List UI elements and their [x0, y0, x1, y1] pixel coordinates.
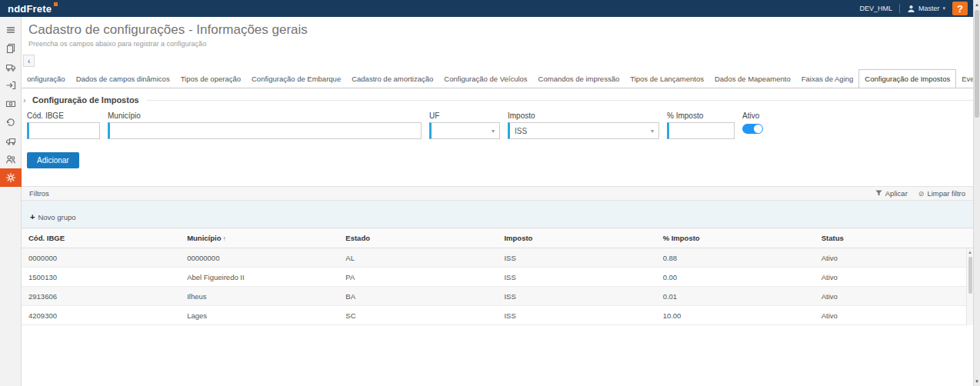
column-header-estado[interactable]: Estado — [338, 228, 497, 248]
pct-imposto-input[interactable] — [667, 122, 735, 139]
logout-icon — [5, 80, 16, 91]
table-row[interactable]: 0000000 00000000 AL ISS 0.88 Ativo — [22, 248, 973, 268]
sidebar-item-billing[interactable] — [0, 95, 22, 113]
table-scroll-thumb[interactable] — [968, 257, 972, 294]
sidebar-item-shipping[interactable] — [0, 131, 22, 150]
table-scrollbar[interactable]: ▲ — [966, 248, 973, 325]
limpar-filtro-button[interactable]: ⊘ Limpar filtro — [918, 189, 965, 198]
tab-configuracao-impostos[interactable]: Configuração de Impostos — [858, 69, 956, 88]
tab-tipos-lancamentos[interactable]: Tipos de Lançamentos — [625, 70, 709, 88]
sidebar-item-history[interactable] — [0, 113, 22, 131]
documents-icon — [5, 43, 16, 54]
uf-label: UF — [429, 111, 500, 120]
tab-eventos-logisticos[interactable]: Eventos Logísticos — [956, 70, 973, 88]
page-header: Cadastro de configurações - Informações … — [22, 17, 973, 48]
section-title: Configuração de Impostos — [32, 95, 139, 105]
plus-icon: + — [30, 212, 35, 221]
page-scroll-thumb[interactable] — [975, 10, 979, 118]
sidebar-item-documents[interactable] — [0, 39, 22, 58]
adicionar-button[interactable]: Adicionar — [27, 152, 79, 168]
imposto-select[interactable]: ISS ▾ — [508, 122, 659, 139]
imposto-label: Imposto — [508, 111, 659, 120]
app-logo: nddFrete — [8, 3, 58, 15]
shipping-truck-icon — [5, 135, 16, 146]
history-icon — [5, 117, 16, 128]
tab-dados-campos-dinamicos[interactable]: Dados de campos dinâmicos — [71, 70, 175, 88]
municipio-label: Município — [108, 111, 422, 120]
column-header-municipio[interactable]: Município↑ — [180, 228, 338, 248]
sidebar-item-logout[interactable] — [0, 76, 22, 95]
sidebar — [0, 17, 22, 386]
tab-dados-mapeamento[interactable]: Dados de Mapeamento — [709, 70, 796, 88]
page-subtitle: Preencha os campos abaixo para registrar… — [28, 40, 973, 48]
tab-configuracao-embarque[interactable]: Configuração de Embarque — [246, 70, 346, 88]
topbar-divider — [899, 4, 900, 13]
cod-ibge-label: Cód. IBGE — [27, 111, 100, 120]
scroll-up-icon[interactable]: ▲ — [974, 0, 980, 9]
table-row[interactable]: 2913606 Ilheus BA ISS 0.01 Ativo — [22, 287, 973, 306]
user-name: Master — [918, 5, 940, 12]
column-header-cod-ibge[interactable]: Cód. IBGE — [22, 228, 180, 248]
toggle-knob — [754, 125, 762, 133]
tab-bar: onfiguração Dados de campos dinâmicos Ti… — [22, 69, 973, 88]
menu-icon — [5, 25, 16, 35]
column-header-imposto[interactable]: Imposto — [497, 228, 655, 248]
results-table-wrap: Cód. IBGE Município↑ Estado Imposto % Im… — [22, 228, 973, 325]
tab-comandos-impressao[interactable]: Comandos de impressão — [533, 70, 625, 88]
tab-cadastro-amortizacao[interactable]: Cadastro de amortização — [346, 70, 438, 88]
aplicar-button[interactable]: Aplicar — [875, 189, 908, 198]
tab-tipos-operacao[interactable]: Tipos de operação — [175, 70, 246, 88]
tab-faixas-aging[interactable]: Faixas de Aging — [796, 70, 859, 88]
field-uf: UF ▾ — [429, 111, 500, 139]
expand-chevron-icon[interactable]: › — [23, 95, 32, 105]
field-municipio: Município — [108, 111, 422, 139]
chevron-down-icon: ▾ — [651, 128, 654, 135]
ativo-toggle[interactable] — [742, 124, 763, 134]
novo-grupo-button[interactable]: + Novo grupo — [30, 212, 76, 221]
section-header: › Configuração de Impostos — [23, 95, 973, 105]
cod-ibge-input[interactable] — [27, 122, 100, 139]
chevron-down-icon: ▾ — [942, 5, 945, 12]
tab-configuracao[interactable]: onfiguração — [22, 70, 71, 88]
municipio-input[interactable] — [108, 122, 422, 139]
funnel-icon — [875, 190, 882, 197]
truck-icon — [5, 62, 16, 72]
main-content: Cadastro de configurações - Informações … — [22, 17, 973, 386]
table-row[interactable]: 4209300 Lages SC ISS 10.00 Ativo — [22, 306, 973, 325]
collapse-button[interactable]: ‹ — [23, 55, 35, 67]
column-header-pct-imposto[interactable]: % Imposto — [656, 228, 815, 248]
user-icon — [907, 5, 915, 13]
field-imposto: Imposto ISS ▾ — [508, 111, 659, 139]
field-cod-ibge: Cód. IBGE — [27, 111, 100, 139]
tax-config-form: Cód. IBGE Município UF ▾ Imposto ISS ▾ %… — [22, 105, 973, 139]
help-button[interactable]: ? — [952, 2, 968, 15]
sidebar-item-menu[interactable] — [0, 21, 22, 39]
sidebar-item-users[interactable] — [0, 150, 22, 168]
page-scrollbar[interactable]: ▲ ▼ — [973, 0, 980, 386]
sidebar-item-settings[interactable] — [0, 168, 22, 187]
tab-configuracao-veiculos[interactable]: Configuração de Veículos — [438, 70, 532, 88]
page-title: Cadastro de configurações - Informações … — [28, 22, 973, 38]
ativo-label: Ativo — [742, 111, 763, 120]
table-row[interactable]: 1500130 Abel Figueiredo II PA ISS 0.00 A… — [22, 268, 973, 287]
sidebar-item-truck[interactable] — [0, 58, 22, 76]
user-menu[interactable]: Master ▾ — [907, 5, 945, 13]
results-table: Cód. IBGE Município↑ Estado Imposto % Im… — [22, 228, 973, 325]
table-header-row: Cód. IBGE Município↑ Estado Imposto % Im… — [22, 228, 973, 248]
billing-icon — [5, 98, 16, 109]
column-header-status[interactable]: Status — [815, 228, 973, 248]
group-band: + Novo grupo — [22, 201, 973, 228]
users-icon — [5, 154, 16, 165]
section-divider — [147, 100, 973, 101]
environment-label: DEV_HML — [859, 5, 892, 12]
scroll-up-icon[interactable]: ▲ — [967, 248, 973, 255]
scroll-down-icon[interactable]: ▼ — [974, 377, 980, 386]
logo-mark — [54, 2, 58, 6]
uf-select[interactable]: ▾ — [429, 122, 500, 139]
pct-imposto-label: % Imposto — [667, 111, 735, 120]
field-ativo: Ativo — [742, 111, 763, 134]
chevron-down-icon: ▾ — [492, 128, 495, 135]
clear-filter-icon: ⊘ — [918, 190, 925, 198]
filters-bar: Filtros Aplicar ⊘ Limpar filtro — [22, 186, 973, 201]
sort-asc-icon: ↑ — [222, 235, 225, 242]
